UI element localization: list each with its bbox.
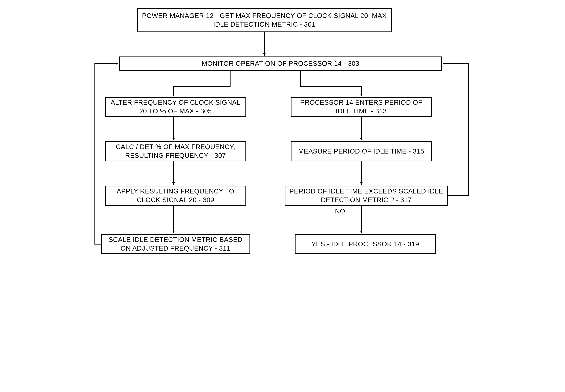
box-307: CALC / DET % OF MAX FREQUENCY, RESULTING… — [105, 141, 246, 161]
box-317: PERIOD OF IDLE TIME EXCEEDS SCALED IDLE … — [285, 186, 448, 206]
box-309: APPLY RESULTING FREQUENCY TO CLOCK SIGNA… — [105, 186, 246, 206]
box-317-text: PERIOD OF IDLE TIME EXCEEDS SCALED IDLE … — [288, 187, 445, 204]
flowchart-canvas: POWER MANAGER 12 - GET MAX FREQUENCY OF … — [89, 8, 476, 279]
box-301-text: POWER MANAGER 12 - GET MAX FREQUENCY OF … — [141, 12, 388, 29]
box-315-text: MEASURE PERIOD OF IDLE TIME - 315 — [298, 147, 424, 156]
label-no: NO — [335, 207, 345, 215]
box-315: MEASURE PERIOD OF IDLE TIME - 315 — [291, 141, 432, 161]
box-311-text: SCALE IDLE DETECTION METRIC BASED ON ADJ… — [104, 236, 247, 253]
box-313-text: PROCESSOR 14 ENTERS PERIOD OF IDLE TIME … — [294, 98, 428, 116]
box-313: PROCESSOR 14 ENTERS PERIOD OF IDLE TIME … — [291, 97, 432, 117]
box-319: YES - IDLE PROCESSOR 14 - 319 — [295, 234, 436, 254]
box-305-text: ALTER FREQUENCY OF CLOCK SIGNAL 20 TO % … — [109, 98, 243, 116]
box-319-text: YES - IDLE PROCESSOR 14 - 319 — [311, 240, 419, 249]
label-no-text: NO — [335, 207, 345, 215]
box-311: SCALE IDLE DETECTION METRIC BASED ON ADJ… — [101, 234, 250, 254]
box-307-text: CALC / DET % OF MAX FREQUENCY, RESULTING… — [109, 143, 243, 160]
box-303: MONITOR OPERATION OF PROCESSOR 14 - 303 — [119, 56, 442, 70]
box-305: ALTER FREQUENCY OF CLOCK SIGNAL 20 TO % … — [105, 97, 246, 117]
box-309-text: APPLY RESULTING FREQUENCY TO CLOCK SIGNA… — [109, 187, 243, 204]
box-303-text: MONITOR OPERATION OF PROCESSOR 14 - 303 — [202, 59, 359, 68]
box-301: POWER MANAGER 12 - GET MAX FREQUENCY OF … — [137, 8, 391, 32]
